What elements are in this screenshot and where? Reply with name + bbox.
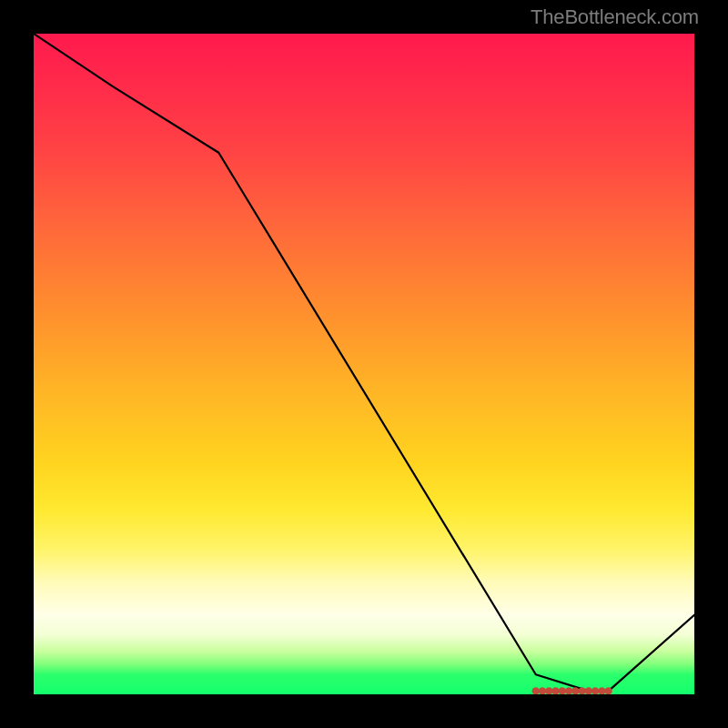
marker-dot bbox=[571, 687, 579, 694]
marker-dot bbox=[532, 687, 540, 694]
chart-frame: TheBottleneck.com bbox=[0, 0, 728, 728]
optimal-zone-markers bbox=[532, 687, 612, 694]
line-series bbox=[34, 34, 694, 691]
marker-dot bbox=[578, 687, 585, 694]
plot-area bbox=[34, 34, 694, 694]
marker-dot bbox=[539, 687, 546, 694]
marker-dot bbox=[585, 687, 592, 694]
bottleneck-curve bbox=[34, 34, 694, 691]
marker-dot bbox=[604, 687, 612, 694]
marker-dot bbox=[559, 687, 566, 694]
marker-dot bbox=[551, 687, 559, 694]
watermark-text: TheBottleneck.com bbox=[531, 5, 699, 29]
marker-dot bbox=[545, 687, 552, 694]
marker-dot bbox=[598, 687, 605, 694]
marker-dot bbox=[592, 687, 599, 694]
marker-dot bbox=[565, 687, 572, 694]
chart-svg bbox=[34, 34, 694, 694]
